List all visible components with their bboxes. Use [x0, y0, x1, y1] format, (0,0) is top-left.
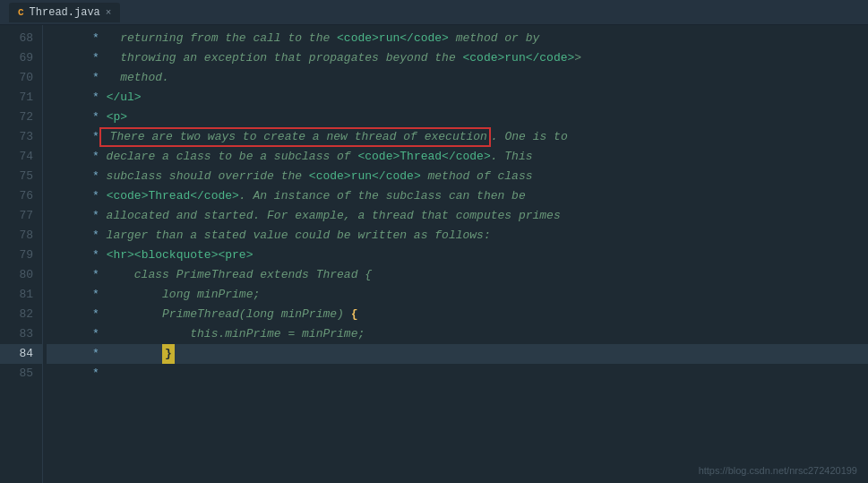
- comment-text: method.: [99, 68, 169, 88]
- comment-text: method or by: [449, 29, 539, 48]
- line-number: 83: [0, 324, 42, 344]
- asterisk: *: [57, 108, 99, 127]
- html-tag: </ul>: [107, 88, 142, 108]
- code-line: * <p>: [47, 108, 868, 127]
- asterisk: *: [57, 206, 99, 226]
- asterisk: *: [57, 344, 99, 364]
- file-type-icon: C: [18, 7, 24, 18]
- editor-window: C Thread.java × 686970717273747576777879…: [0, 0, 868, 483]
- comment-text: class PrimeThread extends Thread {: [99, 265, 372, 285]
- editor-area: 686970717273747576777879808182838485 * r…: [0, 25, 868, 483]
- line-number: 79: [0, 246, 42, 265]
- asterisk: *: [57, 167, 99, 186]
- html-tag: <hr><blockquote><pre>: [107, 246, 254, 265]
- asterisk: *: [57, 127, 99, 147]
- asterisk: *: [57, 88, 99, 108]
- line-number: 68: [0, 29, 42, 48]
- comment-text: subclass should override the: [99, 167, 309, 186]
- line-number: 82: [0, 305, 42, 324]
- asterisk: *: [57, 29, 99, 48]
- asterisk: *: [57, 305, 99, 324]
- title-bar: C Thread.java ×: [0, 0, 868, 25]
- comment-text: . One is to: [491, 127, 568, 147]
- asterisk: *: [57, 285, 99, 305]
- code-area[interactable]: * returning from the call to the <code>r…: [47, 25, 868, 483]
- comment-text: this.minPrime = minPrime;: [99, 324, 365, 344]
- code-line: * subclass should override the <code>run…: [47, 167, 868, 186]
- asterisk: *: [57, 324, 99, 344]
- asterisk: *: [57, 147, 99, 167]
- line-number: 85: [0, 364, 42, 384]
- line-numbers: 686970717273747576777879808182838485: [0, 25, 43, 483]
- comment-text: . This: [491, 147, 533, 167]
- tab-close-button[interactable]: ×: [106, 7, 112, 18]
- line-number: 84: [0, 344, 42, 364]
- code-line: * throwing an exception that propagates …: [47, 48, 868, 68]
- html-tag: <p>: [107, 108, 127, 127]
- tab-title: Thread.java: [30, 6, 100, 19]
- code-line: * </ul>: [47, 88, 868, 108]
- comment-text: returning from the call to the: [99, 29, 337, 48]
- code-line: * class PrimeThread extends Thread {: [47, 265, 868, 285]
- comment-text: allocated and started. For example, a th…: [99, 206, 561, 226]
- html-tag: <code>run</code>: [463, 48, 575, 68]
- code-line: * method.: [47, 68, 868, 88]
- line-number: 69: [0, 48, 42, 68]
- comment-text: [99, 88, 107, 108]
- comment-text: [99, 48, 120, 68]
- code-line: * }: [47, 344, 868, 364]
- asterisk: *: [57, 68, 99, 88]
- line-number: 74: [0, 147, 42, 167]
- brace-highlighted: }: [162, 344, 175, 364]
- html-tag: <code>Thread</code>: [107, 186, 239, 206]
- comment-text: [99, 246, 107, 265]
- line-number: 78: [0, 226, 42, 246]
- comment-text: larger than a stated value could be writ…: [99, 226, 491, 246]
- highlighted-word: throwing: [120, 48, 176, 68]
- asterisk: *: [57, 246, 99, 265]
- comment-text: [99, 186, 107, 206]
- html-tag: <code>Thread</code>: [357, 147, 490, 167]
- brace: {: [351, 305, 358, 324]
- comment-text: an exception that propagates beyond the: [176, 48, 463, 68]
- code-line: * <hr><blockquote><pre>: [47, 246, 868, 265]
- watermark: https://blog.csdn.net/nrsc272420199: [699, 465, 857, 476]
- code-line: *: [47, 364, 868, 384]
- code-line: * larger than a stated value could be wr…: [47, 226, 868, 246]
- line-number: 81: [0, 285, 42, 305]
- code-line: * this.minPrime = minPrime;: [47, 324, 868, 344]
- comment-text: declare a class to be a subclass of: [99, 147, 358, 167]
- asterisk: *: [57, 186, 99, 206]
- comment-text: >: [574, 48, 581, 68]
- code-line: * long minPrime;: [47, 285, 868, 305]
- comment-text: [99, 108, 107, 127]
- html-tag: <code>run</code>: [309, 167, 421, 186]
- code-line: * returning from the call to the <code>r…: [47, 29, 868, 48]
- line-number: 80: [0, 265, 42, 285]
- asterisk: *: [57, 48, 99, 68]
- asterisk: *: [57, 364, 99, 384]
- html-tag: <code>run</code>: [337, 29, 449, 48]
- boxed-text: There are two ways to create a new threa…: [99, 127, 491, 147]
- line-number: 76: [0, 186, 42, 206]
- code-line: * allocated and started. For example, a …: [47, 206, 868, 226]
- code-line: * There are two ways to create a new thr…: [47, 127, 868, 147]
- comment-text: long minPrime;: [99, 285, 260, 305]
- code-line: * <code>Thread</code>. An instance of th…: [47, 186, 868, 206]
- asterisk: *: [57, 265, 99, 285]
- line-number: 70: [0, 68, 42, 88]
- line-number: 71: [0, 88, 42, 108]
- line-number: 73: [0, 127, 42, 147]
- comment-text: [99, 344, 162, 364]
- asterisk: *: [57, 226, 99, 246]
- code-line: * declare a class to be a subclass of <c…: [47, 147, 868, 167]
- comment-text: method of class: [421, 167, 533, 186]
- line-number: 77: [0, 206, 42, 226]
- line-number: 72: [0, 108, 42, 127]
- code-line: * PrimeThread(long minPrime) {: [47, 305, 868, 324]
- comment-text: . An instance of the subclass can then b…: [239, 186, 526, 206]
- line-number: 75: [0, 167, 42, 186]
- file-tab[interactable]: C Thread.java ×: [9, 3, 120, 22]
- comment-text: PrimeThread(long minPrime): [99, 305, 351, 324]
